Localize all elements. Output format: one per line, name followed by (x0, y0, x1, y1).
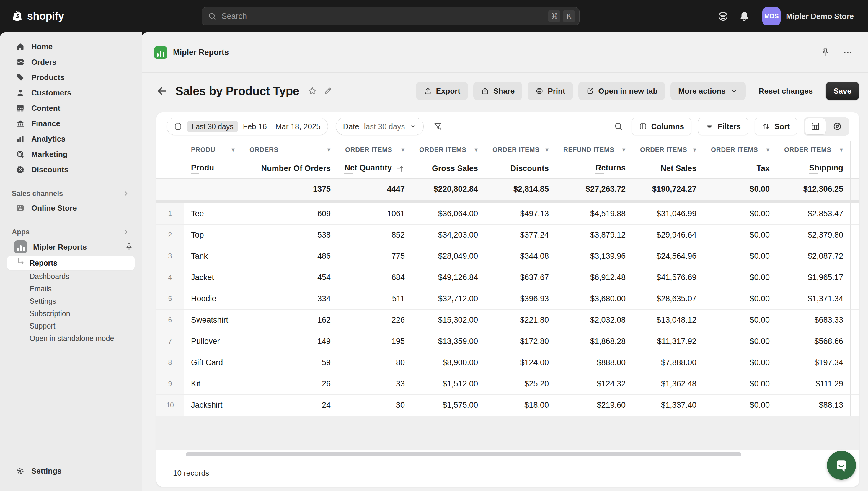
date-range-picker[interactable]: Last 30 days Feb 16 – Mar 18, 2025 (166, 118, 328, 135)
chat-widget-button[interactable] (827, 451, 856, 480)
table-filler-cell (850, 373, 859, 395)
sort-button[interactable]: Sort (755, 118, 797, 135)
sidebar-subitem-open-in-standalone-mode[interactable]: Open in standalone mode (7, 332, 135, 344)
column-group-caret-icon[interactable]: ▾ (766, 146, 770, 154)
cell-product-type: Hoodie (184, 288, 242, 310)
table-search-icon[interactable] (612, 120, 625, 133)
column-header[interactable]: Tax (704, 158, 777, 179)
global-search[interactable]: ⌘ K (202, 7, 580, 25)
share-icon (481, 87, 489, 95)
reset-changes-button[interactable]: Reset changes (751, 82, 821, 100)
add-filter-funnel-icon[interactable] (431, 120, 444, 133)
totals-cell: $0.00 (704, 179, 777, 200)
column-header[interactable]: Net Quantity (338, 158, 412, 179)
export-button[interactable]: Export (416, 82, 468, 100)
mipler-app-icon (14, 240, 27, 254)
search-input[interactable] (221, 11, 544, 21)
cell-value: $1,575.00 (412, 395, 485, 416)
sidebar-subitem-dashboards[interactable]: Dashboards (7, 270, 135, 283)
sidebar-item-orders[interactable]: Orders (0, 54, 142, 70)
sidebar-subitem-support[interactable]: Support (7, 320, 135, 332)
account-icon[interactable] (717, 11, 728, 22)
sidebar-item-content[interactable]: Content (0, 100, 142, 116)
print-button[interactable]: Print (528, 82, 573, 100)
totals-cell: 1375 (242, 179, 338, 200)
column-group-caret-icon[interactable]: ▾ (231, 146, 235, 154)
edit-pencil-icon[interactable] (323, 86, 333, 96)
column-header[interactable]: Net Sales (633, 158, 704, 179)
column-group-caret-icon[interactable]: ▾ (327, 146, 331, 154)
column-group-header[interactable]: PRODU▾ (184, 141, 242, 158)
sidebar-item-home[interactable]: Home (0, 39, 142, 54)
column-group-caret-icon[interactable]: ▾ (401, 146, 405, 154)
column-header[interactable]: Produ (184, 158, 242, 179)
column-group-caret-icon[interactable]: ▾ (840, 146, 843, 154)
pin-icon[interactable] (125, 242, 133, 252)
column-header[interactable]: Discounts (485, 158, 556, 179)
shopify-logo[interactable]: shopify (12, 10, 64, 23)
sidebar-subitem-subscription[interactable]: Subscription (7, 307, 135, 320)
column-group-header[interactable]: ORDERS▾ (242, 141, 338, 158)
scrollbar-thumb[interactable] (186, 452, 741, 457)
cell-product-type: Gift Card (184, 352, 242, 373)
sidebar-item-products[interactable]: Products (0, 70, 142, 85)
open-in-new-tab-button[interactable]: Open in new tab (578, 82, 665, 100)
column-header[interactable]: Returns (556, 158, 633, 179)
column-group-header[interactable]: ORDER ITEMS▾ (704, 141, 777, 158)
sidebar-subitem-reports[interactable]: Reports (7, 256, 135, 270)
favorite-star-icon[interactable] (308, 86, 317, 96)
cell-value: $1,868.28 (556, 331, 633, 352)
donut-chart-icon (833, 122, 842, 131)
column-group-caret-icon[interactable]: ▾ (693, 146, 696, 154)
table-view-toggle[interactable] (805, 118, 826, 135)
store-menu[interactable]: MDS Mipler Demo Store (760, 5, 856, 28)
more-actions-button[interactable]: More actions (671, 82, 745, 100)
column-group-caret-icon[interactable]: ▾ (545, 146, 549, 154)
sidebar-item-mipler-reports[interactable]: Mipler Reports (0, 239, 142, 255)
column-group-caret-icon[interactable]: ▾ (622, 146, 626, 154)
cell-value: $31,046.99 (633, 203, 704, 225)
back-arrow-icon[interactable] (156, 85, 168, 96)
cell-value: $3,139.96 (556, 246, 633, 267)
pin-icon[interactable] (820, 48, 830, 58)
chat-smile-icon (833, 457, 850, 473)
table-corner-cell (156, 141, 184, 158)
column-header[interactable]: Gross Sales (412, 158, 485, 179)
sidebar-section-sales-channels[interactable]: Sales channels (0, 187, 142, 200)
save-button[interactable]: Save (826, 82, 859, 100)
column-group-header[interactable]: ORDER ITEMS▾ (777, 141, 850, 158)
cell-value: 162 (242, 310, 338, 331)
orders-icon (16, 58, 25, 66)
column-group-header[interactable]: ORDER ITEMS▾ (485, 141, 556, 158)
sidebar-item-analytics[interactable]: Analytics (0, 131, 142, 147)
cell-product-type: Sweatshirt (184, 310, 242, 331)
notifications-bell-icon[interactable] (739, 11, 750, 22)
sidebar-item-customers[interactable]: Customers (0, 85, 142, 100)
cell-value: $34,203.00 (412, 225, 485, 246)
sidebar-item-finance[interactable]: Finance (0, 116, 142, 131)
sidebar-subitem-emails[interactable]: Emails (7, 283, 135, 295)
sidebar-subitem-settings[interactable]: Settings (7, 295, 135, 307)
cell-value: $4,519.88 (556, 203, 633, 225)
sidebar-item-marketing[interactable]: Marketing (0, 147, 142, 162)
filters-button[interactable]: Filters (698, 118, 748, 135)
sidebar-item-discounts[interactable]: Discounts (0, 162, 142, 177)
column-group-header[interactable]: ORDER ITEMS▾ (338, 141, 412, 158)
sidebar-item-online-store[interactable]: Online Store (0, 200, 142, 216)
columns-button[interactable]: Columns (631, 118, 691, 135)
share-button[interactable]: Share (473, 82, 522, 100)
sidebar-item-settings[interactable]: Settings (0, 463, 142, 479)
chart-view-toggle[interactable] (827, 118, 848, 135)
column-group-header[interactable]: ORDER ITEMS▾ (412, 141, 485, 158)
column-header[interactable]: Number Of Orders (242, 158, 338, 179)
table-filler-cell (850, 310, 859, 331)
k-key: K (563, 10, 575, 23)
more-options-icon[interactable] (843, 48, 852, 58)
cell-product-type: Top (184, 225, 242, 246)
column-group-header[interactable]: REFUND ITEMS▾ (556, 141, 633, 158)
column-group-caret-icon[interactable]: ▾ (474, 146, 478, 154)
column-header[interactable]: Shipping (777, 158, 850, 179)
sidebar-section-apps[interactable]: Apps (0, 225, 142, 239)
column-group-header[interactable]: ORDER ITEMS▾ (633, 141, 704, 158)
date-filter-dropdown[interactable]: Date last 30 days (336, 118, 424, 135)
